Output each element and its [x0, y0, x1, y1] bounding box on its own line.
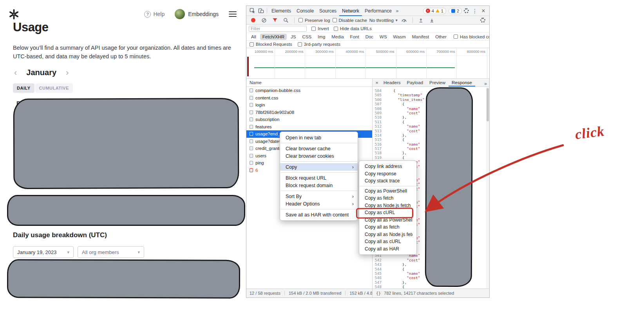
network-settings-gear-icon[interactable] — [478, 16, 487, 25]
detail-tab-payload[interactable]: Payload — [403, 79, 426, 87]
response-scrollbar[interactable] — [486, 87, 489, 288]
help-link[interactable]: ? Help — [144, 11, 165, 18]
import-har-icon[interactable] — [417, 16, 425, 25]
network-overview-timeline[interactable]: 100000 ms200000 ms300000 ms400000 ms5000… — [246, 48, 489, 79]
clear-network-log-icon[interactable] — [260, 16, 268, 25]
request-row-features[interactable]: features — [246, 123, 372, 131]
name-column-header[interactable]: Name — [246, 79, 372, 87]
third-party-requests-label: 3rd-party requests — [304, 42, 340, 47]
detail-tab-response[interactable]: Response — [449, 79, 475, 87]
date-select[interactable]: January 19, 2023 ▾ — [13, 246, 74, 258]
menu-item-block-request-url[interactable]: Block request URL — [280, 174, 358, 182]
filter-icon[interactable] — [271, 16, 279, 25]
inspect-element-icon[interactable] — [248, 7, 257, 15]
menu-item-open-in-new-tab[interactable]: Open in new tab — [280, 134, 358, 141]
menu-item-copy-as-fetch[interactable]: Copy as fetch — [359, 195, 416, 202]
detail-tab-headers[interactable]: Headers — [380, 79, 403, 87]
devtools-tab-sources[interactable]: Sources — [317, 6, 339, 16]
hamburger-menu-icon[interactable] — [227, 10, 238, 18]
help-label: Help — [153, 11, 165, 17]
has-blocked-cookies-checkbox[interactable]: Has blocked cookies — [454, 34, 490, 39]
type-filter-css[interactable]: CSS — [300, 34, 314, 40]
error-count: 4 — [432, 9, 434, 13]
network-filter-input[interactable] — [249, 26, 307, 32]
request-name: login — [255, 103, 265, 107]
devtools-tab-console[interactable]: Console — [294, 6, 317, 16]
request-row-78bf2681de902a08[interactable]: 78bf2681de902a08 — [246, 109, 372, 116]
members-select[interactable]: All org members ▾ — [78, 246, 144, 258]
menu-item-copy-all-as-har[interactable]: Copy all as HAR — [359, 245, 416, 253]
kebab-menu-icon[interactable]: ⋮ — [470, 7, 479, 15]
menu-item-copy-as-powershell[interactable]: Copy as PowerShell — [359, 187, 416, 195]
type-filter-img[interactable]: Img — [315, 34, 327, 40]
disable-cache-checkbox[interactable]: Disable cache — [333, 18, 367, 23]
request-row-content-css[interactable]: content.css — [246, 94, 372, 102]
type-filter-fetch-xhr[interactable]: Fetch/XHR — [260, 34, 287, 40]
devtools-tab-elements[interactable]: Elements — [269, 6, 294, 16]
type-filter-manifest[interactable]: Manifest — [410, 34, 431, 40]
console-errors-badge[interactable]: 4 1 — [423, 8, 446, 14]
type-filter-all[interactable]: All — [249, 34, 259, 40]
record-network-log-icon[interactable] — [249, 16, 257, 25]
hide-data-urls-checkbox[interactable]: Hide data URLs — [334, 26, 372, 31]
menu-item-block-request-domain[interactable]: Block request domain — [280, 182, 358, 189]
menu-item-copy-all-as-powershell[interactable]: Copy all as PowerShell — [359, 216, 416, 224]
detail-tab-preview[interactable]: Preview — [426, 79, 449, 87]
divider — [412, 17, 413, 23]
menu-item-label: Copy all as fetch — [365, 224, 400, 230]
throttling-select[interactable]: No throttling ▾ — [369, 18, 398, 23]
menu-item-copy-all-as-fetch[interactable]: Copy all as fetch — [359, 223, 416, 231]
menu-item-sort-by[interactable]: Sort By› — [280, 193, 358, 200]
type-filter-font[interactable]: Font — [348, 34, 362, 40]
menu-item-copy-stack-trace[interactable]: Copy stack trace — [359, 177, 416, 185]
request-row-subscription[interactable]: subscription — [246, 116, 372, 123]
more-tabs-icon[interactable]: » — [394, 6, 400, 16]
type-filter-other[interactable]: Other — [433, 34, 449, 40]
network-conditions-icon[interactable] — [400, 16, 409, 25]
request-row-companion-bubble-css[interactable]: companion-bubble.css — [246, 87, 372, 94]
devtools-tab-network[interactable]: Network — [339, 6, 362, 16]
breakdown-heading: Daily usage breakdown (UTC) — [13, 231, 107, 239]
scrollbar-thumb[interactable] — [487, 88, 489, 121]
type-filter-doc[interactable]: Doc — [363, 34, 376, 40]
checkbox-icon — [334, 27, 338, 31]
preserve-log-checkbox[interactable]: Preserve log — [298, 18, 330, 23]
devtools-tab-performance[interactable]: Performance — [362, 6, 394, 16]
menu-item-copy-link-address[interactable]: Copy link address — [359, 163, 416, 170]
menu-item-copy-all-as-node-js-fetch[interactable]: Copy all as Node.js fetch — [359, 231, 416, 238]
menu-item-copy-as-curl[interactable]: Copy as cURL — [359, 209, 416, 216]
pretty-print-icon[interactable]: {} — [376, 291, 381, 296]
type-filter-media[interactable]: Media — [329, 34, 346, 40]
blocked-requests-checkbox[interactable]: Blocked Requests — [250, 42, 292, 47]
next-month-button[interactable]: › — [66, 68, 69, 77]
device-toolbar-icon[interactable] — [257, 7, 265, 15]
menu-item-clear-browser-cache[interactable]: Clear browser cache — [280, 145, 358, 152]
org-switcher[interactable]: Embeddings — [175, 9, 219, 19]
type-filter-ws[interactable]: WS — [377, 34, 389, 40]
third-party-requests-checkbox[interactable]: 3rd-party requests — [298, 42, 340, 47]
menu-item-copy-response[interactable]: Copy response — [359, 170, 416, 178]
type-filter-wasm[interactable]: Wasm — [391, 34, 408, 40]
invert-checkbox[interactable]: Invert — [311, 26, 329, 31]
search-icon[interactable] — [282, 16, 290, 25]
menu-item-clear-browser-cookies[interactable]: Clear browser cookies — [280, 152, 358, 160]
export-har-icon[interactable] — [428, 16, 436, 25]
more-detail-tabs-icon[interactable]: » — [483, 79, 488, 87]
menu-item-copy[interactable]: Copy› — [280, 163, 358, 171]
previous-month-button[interactable]: ‹ — [14, 68, 17, 77]
issues-badge[interactable]: 2 — [449, 8, 462, 14]
tab-cumulative[interactable]: CUMULATIVE — [35, 83, 73, 93]
close-devtools-icon[interactable]: × — [479, 7, 488, 15]
menu-item-save-all-as-har-with-content[interactable]: Save all as HAR with content — [280, 211, 358, 218]
request-name: features — [255, 124, 272, 129]
settings-gear-icon[interactable] — [462, 7, 470, 15]
menu-item-header-options[interactable]: Header Options› — [280, 200, 358, 207]
menu-item-copy-all-as-curl[interactable]: Copy all as cURL — [359, 238, 416, 245]
close-detail-icon[interactable]: × — [373, 79, 380, 87]
tab-daily[interactable]: DAILY — [13, 83, 34, 93]
request-row-login[interactable]: login — [246, 101, 372, 109]
menu-item-label: Copy — [286, 164, 297, 170]
type-filter-js[interactable]: JS — [288, 34, 298, 40]
menu-item-copy-as-node-js-fetch[interactable]: Copy as Node.js fetch — [359, 202, 416, 209]
code-text: { — [384, 88, 396, 93]
